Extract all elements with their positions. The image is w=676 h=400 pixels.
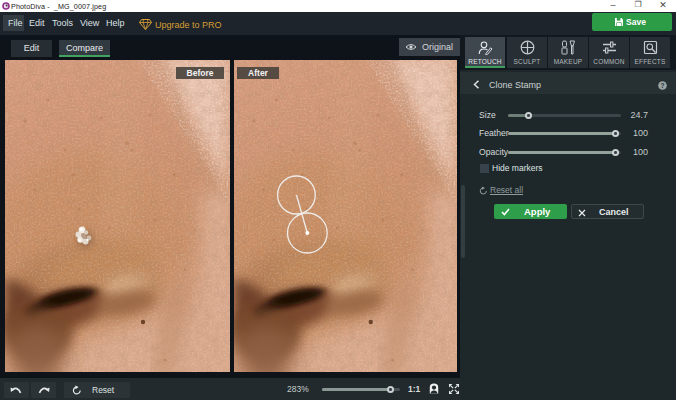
svg-text:?: ? (661, 82, 665, 89)
